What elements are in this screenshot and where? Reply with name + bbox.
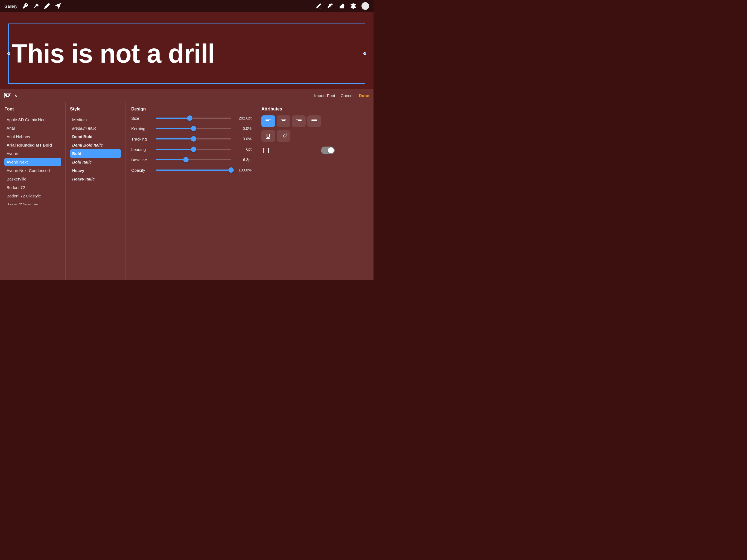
text-box[interactable]: This is not a drill (8, 24, 365, 84)
align-justify-button[interactable] (307, 116, 321, 127)
canvas-headline: This is not a drill (11, 39, 215, 69)
leading-slider[interactable] (156, 147, 231, 152)
wrench-icon[interactable] (22, 3, 28, 9)
size-slider[interactable] (156, 116, 231, 121)
align-buttons-row (261, 116, 335, 127)
align-right-button[interactable] (292, 116, 306, 127)
attributes-section-title: Attributes (261, 107, 335, 111)
svg-point-0 (36, 5, 38, 6)
svg-rect-26 (299, 123, 302, 123)
design-section-title: Design (131, 107, 252, 111)
svg-rect-12 (8, 95, 8, 96)
svg-rect-23 (296, 119, 302, 120)
send-icon[interactable] (55, 3, 61, 9)
font-section-title: Font (4, 107, 61, 111)
pen-icon[interactable] (315, 3, 322, 9)
baseline-slider[interactable] (156, 157, 231, 162)
list-item[interactable]: Arial Rounded MT Bold (4, 141, 61, 149)
bottom-panel: ∧ Import Font Cancel Done Font Apple SD … (0, 89, 374, 280)
canvas-area: This is not a drill (0, 12, 374, 89)
cancel-button[interactable]: Cancel (341, 93, 354, 98)
size-label: Size (131, 116, 153, 121)
eraser-icon[interactable] (338, 3, 345, 9)
svg-rect-24 (298, 120, 302, 121)
svg-rect-10 (5, 95, 6, 96)
text-box-handle-right[interactable] (363, 52, 366, 55)
avatar[interactable] (361, 2, 369, 10)
list-item[interactable]: Avenir (4, 149, 61, 158)
svg-rect-8 (8, 94, 8, 95)
align-left-button[interactable] (261, 116, 275, 127)
underline-label: U (266, 133, 270, 139)
size-row: Size 282.8pt (131, 116, 252, 121)
svg-rect-25 (296, 122, 302, 122)
align-center-button[interactable] (277, 116, 290, 127)
outline-button[interactable]: 𝒪 (277, 130, 290, 142)
list-item[interactable]: Arial (4, 124, 61, 132)
top-toolbar: Gallery (0, 0, 374, 12)
list-item[interactable]: Medium Italic (70, 124, 121, 132)
keyboard-icon[interactable] (4, 93, 11, 98)
svg-rect-11 (6, 95, 7, 96)
svg-rect-28 (311, 120, 317, 121)
list-item[interactable]: Demi Bold Italic (70, 141, 121, 149)
panel-content: Font Apple SD Gothic Neo Arial Arial Heb… (0, 102, 374, 280)
list-item[interactable]: Demi Bold (70, 132, 121, 141)
size-value: 282.8pt (234, 116, 252, 120)
opacity-slider[interactable] (156, 167, 231, 173)
list-item[interactable]: Bold Italic (70, 158, 121, 166)
layers-icon[interactable] (350, 3, 357, 9)
list-item[interactable]: Arial Hebrew (4, 132, 61, 141)
attributes-section: Attributes (257, 102, 339, 280)
done-button[interactable]: Done (359, 93, 369, 98)
tt-toggle[interactable] (321, 147, 335, 154)
list-item[interactable]: Apple SD Gothic Neo (4, 116, 61, 124)
gallery-button[interactable]: Gallery (4, 4, 18, 8)
baseline-value: 6.3pt (234, 157, 252, 162)
panel-toolbar-left: ∧ (4, 93, 18, 98)
leading-label: Leading (131, 147, 153, 152)
font-list: Apple SD Gothic Neo Arial Arial Hebrew A… (4, 116, 61, 208)
tt-row: TT (261, 146, 335, 155)
leading-value: 0pt (234, 147, 252, 152)
panel-toolbar-right: Import Font Cancel Done (314, 93, 369, 98)
style-list: Medium Medium Italic Demi Bold Demi Bold… (70, 116, 121, 183)
font-section: Font Apple SD Gothic Neo Arial Arial Heb… (0, 102, 66, 280)
chevron-up-icon[interactable]: ∧ (14, 93, 18, 98)
import-font-button[interactable]: Import Font (314, 93, 335, 98)
svg-rect-15 (265, 119, 271, 120)
opacity-label: Opacity (131, 168, 153, 173)
eyedropper-icon[interactable] (327, 3, 334, 9)
list-item[interactable]: Bodoni 72 Oldstyle (4, 192, 61, 200)
kerning-slider[interactable] (156, 126, 231, 131)
kerning-value: 0.0% (234, 126, 252, 131)
svg-rect-20 (282, 120, 285, 121)
script-icon[interactable] (44, 3, 50, 9)
list-item[interactable]: Heavy Italic (70, 175, 121, 183)
list-item[interactable]: Bodoni 72 Smallcaps (4, 200, 61, 208)
list-item[interactable]: Avenir Next (4, 158, 61, 166)
svg-rect-30 (311, 123, 317, 123)
style-section-title: Style (70, 107, 121, 111)
list-item[interactable]: Avenir Next Condensed (4, 166, 61, 175)
tracking-label: Tracking (131, 137, 153, 142)
svg-rect-21 (281, 122, 286, 122)
list-item[interactable]: Heavy (70, 166, 121, 175)
underline-button[interactable]: U (261, 130, 275, 142)
svg-rect-19 (281, 119, 286, 120)
list-item[interactable]: Baskerville (4, 175, 61, 183)
wand-icon[interactable] (33, 3, 40, 9)
toolbar-right (315, 2, 369, 10)
text-box-handle-left[interactable] (7, 52, 10, 55)
tracking-value: 0.0% (234, 137, 252, 141)
list-item[interactable]: Bodoni 72 (4, 183, 61, 192)
list-item[interactable]: Bold (70, 149, 121, 158)
leading-row: Leading 0pt (131, 147, 252, 152)
style-buttons-row: U 𝒪 (261, 130, 335, 142)
svg-rect-16 (265, 120, 269, 121)
list-item[interactable]: Medium (70, 116, 121, 124)
svg-rect-27 (311, 119, 317, 120)
tracking-slider[interactable] (156, 136, 231, 142)
kerning-label: Kerning (131, 126, 153, 131)
tt-label: TT (261, 146, 271, 155)
